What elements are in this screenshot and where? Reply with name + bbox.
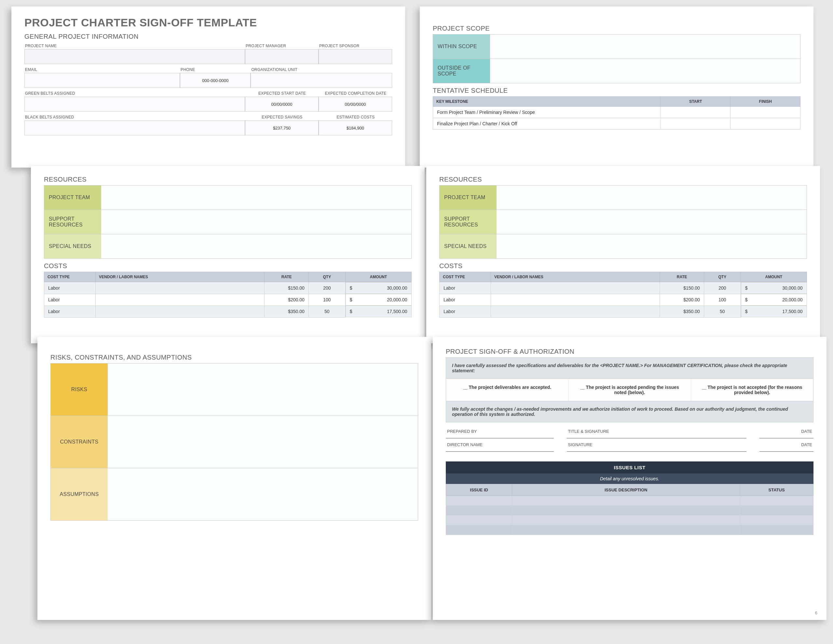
cost-rate: $350.00 <box>265 306 309 317</box>
issue-cell[interactable] <box>446 506 512 515</box>
rca-val-assumptions[interactable] <box>108 468 418 520</box>
cell-email[interactable] <box>24 73 180 88</box>
cost-rate: $150.00 <box>660 282 704 294</box>
cell-org-unit[interactable] <box>251 73 392 88</box>
issue-cell[interactable] <box>740 506 814 515</box>
page-resources-left: RESOURCES PROJECT TEAM SUPPORT RESOURCES… <box>31 166 425 343</box>
scope-key-within: WITHIN SCOPE <box>433 34 490 59</box>
issue-cell[interactable] <box>512 496 740 506</box>
res-key-special: SPECIAL NEEDS <box>440 234 497 258</box>
issue-cell[interactable] <box>740 515 814 525</box>
rca-val-constraints[interactable] <box>108 416 418 468</box>
cost-rate: $150.00 <box>265 282 309 294</box>
line-prepared-by[interactable] <box>446 435 554 438</box>
cost-vendor[interactable] <box>96 294 265 306</box>
cell-green-belts[interactable] <box>24 97 245 112</box>
cell-black-belts[interactable] <box>24 121 245 135</box>
res-val-support[interactable] <box>497 210 807 234</box>
cost-type: Labor <box>440 306 491 317</box>
cell-project-manager[interactable] <box>245 49 318 64</box>
issues-title: ISSUES LIST <box>446 461 814 473</box>
res-row-support: SUPPORT RESOURCES <box>439 209 807 234</box>
lbl-date1: DATE <box>759 425 814 435</box>
cell-project-sponsor[interactable] <box>318 49 392 64</box>
cost-th-type: COST TYPE <box>44 272 96 282</box>
doc-title: PROJECT CHARTER SIGN-OFF TEMPLATE <box>24 16 392 29</box>
cost-vendor[interactable] <box>491 282 660 294</box>
cell-exp-start[interactable]: 00/00/0000 <box>245 97 318 112</box>
signoff-options: The project deliverables are accepted. T… <box>446 379 814 401</box>
cost-type: Labor <box>440 282 491 294</box>
issues-th-desc: ISSUE DESCRIPTION <box>512 484 740 496</box>
sched-start[interactable] <box>661 118 730 129</box>
cost-amount: $20,000.00 <box>741 294 807 306</box>
res-val-team[interactable] <box>497 185 807 209</box>
rca-key-constraints: CONSTRAINTS <box>51 416 108 468</box>
cell-project-name[interactable] <box>24 49 245 64</box>
line-director[interactable] <box>446 448 554 452</box>
issue-cell[interactable] <box>446 525 512 535</box>
opt-rejected[interactable]: The project is not accepted (for the rea… <box>691 379 813 401</box>
section-general: GENERAL PROJECT INFORMATION <box>24 33 392 40</box>
opt-accepted[interactable]: The project deliverables are accepted. <box>446 379 568 401</box>
cost-vendor[interactable] <box>491 294 660 306</box>
cost-th-type: COST TYPE <box>440 272 491 282</box>
issues-th-status: STATUS <box>740 484 814 496</box>
line-signature[interactable] <box>567 448 747 452</box>
issues-th-id: ISSUE ID <box>446 484 512 496</box>
issue-cell[interactable] <box>512 515 740 525</box>
sched-finish[interactable] <box>730 118 801 129</box>
cell-phone[interactable]: 000-000-0000 <box>180 73 251 88</box>
cost-vendor[interactable] <box>96 282 265 294</box>
line-date2[interactable] <box>759 448 814 452</box>
issue-cell[interactable] <box>446 515 512 525</box>
sched-milestone: Form Project Team / Preliminary Review /… <box>433 107 661 118</box>
cost-th-amount: AMOUNT <box>741 272 807 282</box>
res-val-team[interactable] <box>101 185 411 209</box>
lbl-green-belts: GREEN BELTS ASSIGNED <box>24 90 245 97</box>
res-key-special: SPECIAL NEEDS <box>44 234 101 258</box>
line-date1[interactable] <box>759 435 814 438</box>
issue-cell[interactable] <box>512 525 740 535</box>
lbl-prepared-by: PREPARED BY <box>446 425 554 435</box>
sched-th-finish: FINISH <box>730 97 801 107</box>
cell-exp-savings[interactable]: $237,750 <box>245 121 318 135</box>
cell-est-costs[interactable]: $184,900 <box>318 121 392 135</box>
cost-vendor[interactable] <box>491 306 660 317</box>
cost-qty: 200 <box>704 282 741 294</box>
sched-row: Form Project Team / Preliminary Review /… <box>433 107 801 118</box>
scope-val-within[interactable] <box>490 34 800 59</box>
opt-pending[interactable]: The project is accepted pending the issu… <box>568 379 691 401</box>
cost-row: Labor$150.00200$30,000.00 <box>44 282 412 294</box>
issue-cell[interactable] <box>740 496 814 506</box>
page-scope: PROJECT SCOPE WITHIN SCOPE OUTSIDE OF SC… <box>420 6 814 167</box>
sched-finish[interactable] <box>730 107 801 118</box>
sched-start[interactable] <box>661 107 730 118</box>
res-val-special[interactable] <box>101 234 411 258</box>
cost-vendor[interactable] <box>96 306 265 317</box>
res-row-special: SPECIAL NEEDS <box>44 234 412 259</box>
signoff-note1: I have carefully assessed the specificat… <box>446 357 814 379</box>
issues-table: ISSUE ID ISSUE DESCRIPTION STATUS <box>446 484 814 535</box>
cell-exp-complete[interactable]: 00/00/0000 <box>318 97 392 112</box>
issue-cell[interactable] <box>446 496 512 506</box>
section-scope: PROJECT SCOPE <box>433 25 801 32</box>
line-title-sig[interactable] <box>567 435 747 438</box>
cost-type: Labor <box>44 294 96 306</box>
rca-row-assumptions: ASSUMPTIONS <box>50 468 418 521</box>
rca-row-risks: RISKS <box>50 363 418 416</box>
cost-th-rate: RATE <box>265 272 309 282</box>
res-val-special[interactable] <box>497 234 807 258</box>
issue-cell[interactable] <box>512 506 740 515</box>
cost-rate: $200.00 <box>660 294 704 306</box>
rca-val-risks[interactable] <box>108 364 418 415</box>
sched-milestone: Finalize Project Plan / Charter / Kick O… <box>433 118 661 129</box>
res-row-special: SPECIAL NEEDS <box>439 234 807 259</box>
rca-row-constraints: CONSTRAINTS <box>50 415 418 468</box>
issue-cell[interactable] <box>740 525 814 535</box>
issues-sub: Detail any unresolved issues. <box>446 473 814 484</box>
scope-val-outside[interactable] <box>490 59 800 83</box>
res-val-support[interactable] <box>101 210 411 234</box>
section-signoff: PROJECT SIGN-OFF & AUTHORIZATION <box>446 348 814 355</box>
page-resources-right: RESOURCES PROJECT TEAM SUPPORT RESOURCES… <box>426 166 820 343</box>
